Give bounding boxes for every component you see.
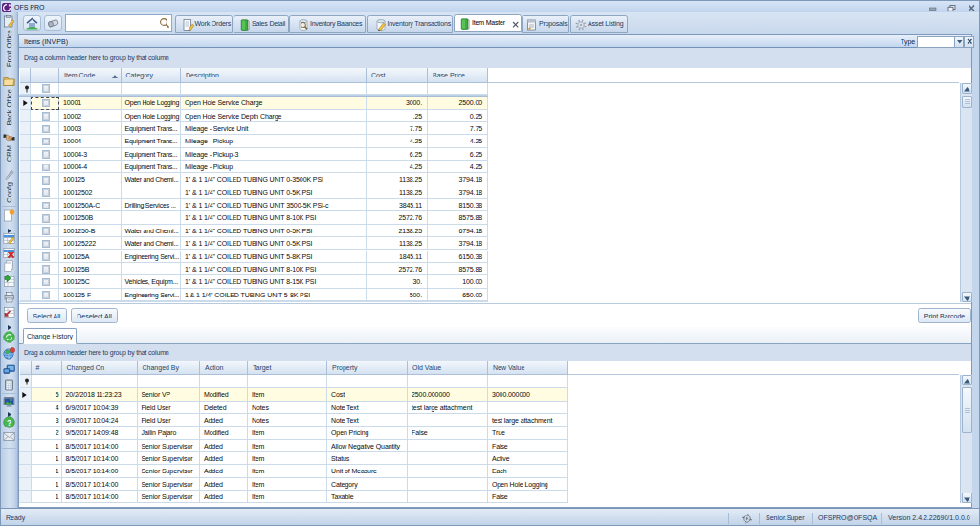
- svg-text:?: ?: [7, 418, 11, 427]
